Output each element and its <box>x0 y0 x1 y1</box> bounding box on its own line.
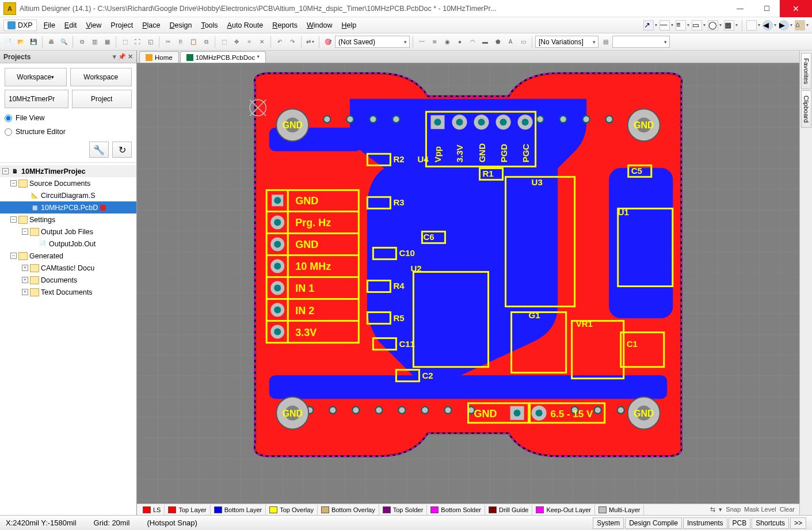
layer-drill-guide[interactable]: Drill Guide <box>485 505 532 515</box>
layer-keepout[interactable]: Keep-Out Layer <box>532 505 595 515</box>
cross-probe-icon[interactable]: 🎯 <box>322 36 334 48</box>
layer-bottom-overlay[interactable]: Bottom Overlay <box>318 505 379 515</box>
deselect-icon[interactable]: ✧ <box>243 36 255 48</box>
place-string-icon[interactable]: A <box>505 36 516 48</box>
sb-more[interactable]: >> <box>790 517 806 529</box>
new-icon[interactable]: 📄 <box>2 36 14 48</box>
route-diff-icon[interactable]: ≋ <box>429 36 440 48</box>
menu-file[interactable]: File <box>39 19 60 32</box>
tree-documents[interactable]: +Documents <box>0 274 136 286</box>
vault-icon[interactable]: ▦ <box>101 36 113 48</box>
place-fill-icon[interactable]: ▬ <box>479 36 491 48</box>
dock-clipboard[interactable]: Clipboard <box>801 90 811 128</box>
undo-icon[interactable]: ↶ <box>274 36 285 48</box>
menu-view[interactable]: View <box>81 19 106 32</box>
redo-icon[interactable]: ↷ <box>287 36 298 48</box>
tool-nav-back[interactable]: ◀▾ <box>763 20 776 30</box>
copy-icon[interactable]: ⎘ <box>175 36 186 48</box>
tool-via-dd[interactable]: ◯▾ <box>708 20 722 30</box>
project-name-field[interactable]: 10MHzTimerPr <box>5 90 68 108</box>
tree-camtastic[interactable]: +CAMtastic! Docu <box>0 262 136 274</box>
tool-grid-dd[interactable]: ▦▾ <box>724 20 738 30</box>
sb-pcb[interactable]: PCB <box>729 517 751 529</box>
place-polygon-icon[interactable]: ⬟ <box>492 36 504 48</box>
devices-icon[interactable]: ⧉ <box>76 36 87 48</box>
menu-reports[interactable]: Reports <box>268 19 302 32</box>
tool-nav-fwd[interactable]: ▶▾ <box>779 20 792 30</box>
tool-home[interactable]: ⌂▾ <box>795 20 809 30</box>
route-track-icon[interactable]: 〰 <box>416 36 428 48</box>
layer-bottom[interactable]: Bottom Layer <box>211 505 266 515</box>
snapshot-combo[interactable]: (Not Saved) <box>335 36 410 48</box>
tool-find-dd[interactable]: ▾ <box>746 20 760 30</box>
variant-view-icon[interactable]: ▤ <box>600 36 611 48</box>
tree-generated[interactable]: −Generated <box>0 250 136 262</box>
cut-icon[interactable]: ✂ <box>162 36 174 48</box>
open-icon[interactable]: 📂 <box>15 36 26 48</box>
layer-bottom-solder[interactable]: Bottom Solder <box>427 505 485 515</box>
tool-arrow-dd-1[interactable]: ↗▾ <box>643 20 657 30</box>
unknown-combo[interactable] <box>612 36 670 48</box>
explorer-icon[interactable]: ▥ <box>89 36 100 48</box>
tab-home[interactable]: Home <box>139 51 179 63</box>
workspace-button[interactable]: Workspace <box>70 68 132 86</box>
layer-conf-icon[interactable]: ▾ <box>719 506 722 513</box>
dock-favorites[interactable]: Favorites <box>801 53 811 89</box>
tree-output-job-files[interactable]: −Output Job Files <box>0 226 136 238</box>
menu-window[interactable]: Window <box>302 19 337 32</box>
layer-top-overlay[interactable]: Top Overlay <box>266 505 318 515</box>
projects-panel-header[interactable]: Projects ▾ 📌 ✕ <box>0 51 136 63</box>
sb-design-compile[interactable]: Design Compile <box>625 517 682 529</box>
paste-icon[interactable]: 📋 <box>188 36 199 48</box>
tree-source-documents[interactable]: −Source Documents <box>0 177 136 189</box>
menu-autoroute[interactable]: Auto Route <box>223 19 268 32</box>
place-pad-icon[interactable]: ● <box>454 36 466 48</box>
place-via-icon[interactable]: ◉ <box>441 36 453 48</box>
layer-multi[interactable]: Multi-Layer <box>595 505 644 515</box>
variations-combo[interactable]: [No Variations] <box>535 36 598 48</box>
preview-icon[interactable]: 🔍 <box>58 36 70 48</box>
tree-circuit-diagram[interactable]: 📐CircuitDiagram.S <box>0 189 136 201</box>
close-button[interactable]: ✕ <box>780 0 812 17</box>
snap-button[interactable]: Snap <box>726 506 741 513</box>
menu-help[interactable]: Help <box>337 19 361 32</box>
layer-scroll-icon[interactable]: ⇆ <box>710 506 715 513</box>
tree-output-job[interactable]: 📄OutputJob.Out <box>0 238 136 250</box>
tree-settings[interactable]: −Settings <box>0 213 136 226</box>
clear-icon[interactable]: ✕ <box>256 36 268 48</box>
print-icon[interactable]: 🖶 <box>45 36 57 48</box>
maximize-button[interactable]: ☐ <box>753 0 780 17</box>
duplicate-icon[interactable]: ⧉ <box>200 36 212 48</box>
pcb-canvas[interactable]: GND GND GND GND <box>137 63 799 504</box>
compile-icon[interactable]: 🔧 <box>89 142 109 158</box>
menu-edit[interactable]: Edit <box>60 19 82 32</box>
menu-design[interactable]: Design <box>165 19 197 32</box>
zoom-area-icon[interactable]: ⬚ <box>119 36 131 48</box>
sb-system[interactable]: System <box>593 517 624 529</box>
place-arc-icon[interactable]: ◠ <box>467 36 478 48</box>
tab-pcb-doc[interactable]: 10MHzPCB.PcbDoc * <box>180 51 266 63</box>
project-button[interactable]: Project <box>72 90 132 108</box>
menu-project[interactable]: Project <box>106 19 138 32</box>
panel-close-icon[interactable]: ✕ <box>128 53 133 60</box>
zoom-fit-icon[interactable]: ⛶ <box>132 36 143 48</box>
tool-comp-dd[interactable]: ▭▾ <box>692 20 706 30</box>
import-changes-icon[interactable]: ⇄▾ <box>304 36 316 48</box>
menu-tools[interactable]: Tools <box>196 19 222 32</box>
mask-level-button[interactable]: Mask Level <box>744 506 776 513</box>
sb-instruments[interactable]: Instruments <box>683 517 727 529</box>
panel-menu-icon[interactable]: ▾ <box>113 53 116 60</box>
file-view-radio[interactable]: File View <box>5 114 132 122</box>
layer-set-button[interactable]: LS <box>139 505 165 515</box>
workspace-dropdown[interactable]: Workspace <box>5 68 67 86</box>
sb-shortcuts[interactable]: Shortcuts <box>752 517 789 529</box>
tool-align-dd[interactable]: ≡▾ <box>676 20 689 30</box>
clear-button[interactable]: Clear <box>780 506 795 513</box>
save-icon[interactable]: 💾 <box>28 36 39 48</box>
zoom-sel-icon[interactable]: ◱ <box>144 36 156 48</box>
tree-pcb-doc[interactable]: ▦10MHzPCB.PcbD <box>0 201 136 213</box>
place-component-icon[interactable]: ▭ <box>517 36 529 48</box>
tree-text-documents[interactable]: +Text Documents <box>0 286 136 298</box>
menu-place[interactable]: Place <box>138 19 165 32</box>
tool-line-dd[interactable]: —▾ <box>659 20 673 30</box>
